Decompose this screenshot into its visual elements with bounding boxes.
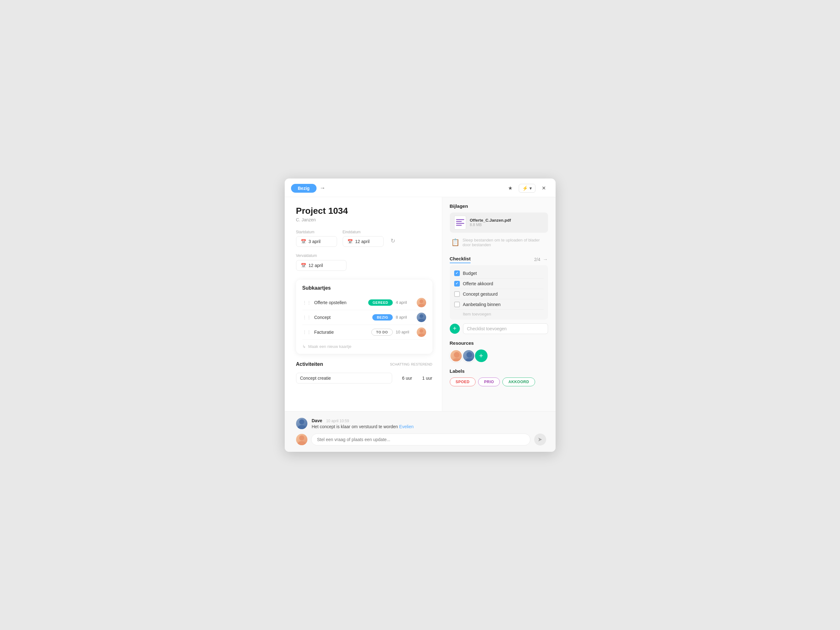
startdatum-label: Startdatum bbox=[296, 230, 337, 234]
startdatum-input[interactable]: 📅 3 april bbox=[296, 236, 337, 247]
avatar bbox=[463, 350, 475, 362]
close-icon: ✕ bbox=[542, 185, 546, 191]
table-row: ⋮⋮ Facturatie TO DO 10 april bbox=[302, 325, 426, 340]
checklist-header: Checklist 2/4 → bbox=[450, 256, 548, 263]
vervaldatum-value: 12 april bbox=[309, 263, 323, 268]
send-button[interactable] bbox=[534, 433, 546, 446]
checklist-item-label: Concept gestuurd bbox=[463, 291, 544, 296]
checklist-section: Checklist 2/4 → Budget Offerte akkoord bbox=[450, 256, 548, 334]
comment-section: Dave 10 april 10:59 Het concept is klaar… bbox=[285, 411, 556, 452]
table-row: ⋮⋮ Concept BEZIG 8 april bbox=[302, 310, 426, 325]
upload-hint: 📋 Sleep bestanden om te uploaden of blad… bbox=[450, 235, 548, 250]
checklist-item-label: Offerte akkoord bbox=[463, 281, 544, 286]
label-akkoord[interactable]: AKKOORD bbox=[502, 378, 535, 386]
file-line bbox=[456, 223, 464, 224]
list-item: Concept creatie 6 uur 1 uur bbox=[296, 371, 433, 385]
comment-text: Het concept is klaar om verstuurd te wor… bbox=[312, 424, 546, 429]
status-button[interactable]: Bezig bbox=[291, 184, 317, 193]
drag-icon[interactable]: ⋮⋮ bbox=[302, 330, 311, 335]
activiteiten-section: Activiteiten SCHATTING RESTEREND Concept… bbox=[296, 361, 433, 385]
svg-point-5 bbox=[418, 334, 425, 337]
new-kaartje-link[interactable]: ↳ Maak een nieuw kaartje bbox=[302, 343, 426, 350]
checklist-select[interactable]: Checklist toevoegen bbox=[463, 323, 548, 334]
left-panel: Project 1034 C. Janzen Startdatum 📅 3 ap… bbox=[285, 197, 442, 411]
svg-point-7 bbox=[452, 358, 461, 362]
avatar bbox=[417, 328, 426, 337]
labels-section: Labels SPOED PRIO AKKOORD bbox=[450, 369, 548, 386]
resources-section: Resources + bbox=[450, 340, 548, 362]
checklist-item-label: Budget bbox=[463, 271, 544, 276]
comment-input[interactable] bbox=[311, 433, 531, 446]
checkbox-concept[interactable] bbox=[454, 291, 460, 297]
label-prio[interactable]: PRIO bbox=[478, 378, 500, 386]
avatar bbox=[417, 313, 426, 322]
einddatum-value: 12 april bbox=[355, 239, 370, 244]
label-chips: SPOED PRIO AKKOORD bbox=[450, 378, 548, 386]
subkaart-name: Offerte opstellen bbox=[314, 300, 365, 305]
checkbox-budget[interactable] bbox=[454, 271, 460, 276]
checkbox-aanbetaling[interactable] bbox=[454, 302, 460, 307]
add-resource-button[interactable]: + bbox=[475, 350, 488, 362]
activiteiten-title: Activiteiten bbox=[296, 361, 323, 367]
subkaart-date: 10 april bbox=[396, 330, 414, 334]
list-item[interactable]: Offerte_C.Janzen.pdf 8.8 MB bbox=[450, 213, 548, 233]
activiteiten-cols: SCHATTING RESTEREND bbox=[390, 362, 433, 366]
top-bar: Bezig → ★ ⚡ ▾ ✕ bbox=[285, 178, 556, 197]
svg-point-1 bbox=[418, 304, 425, 307]
svg-point-3 bbox=[418, 319, 425, 322]
avatar bbox=[296, 418, 307, 429]
checkbox-offerte[interactable] bbox=[454, 281, 460, 287]
resources-title: Resources bbox=[450, 340, 548, 346]
svg-point-9 bbox=[465, 358, 474, 362]
status-badge: TO DO bbox=[371, 329, 392, 335]
send-icon bbox=[538, 437, 543, 442]
resterend-value: 1 uur bbox=[415, 376, 433, 381]
add-item-link[interactable]: Item toevoegen bbox=[454, 310, 544, 317]
new-kaartje-label: Maak een nieuw kaartje bbox=[308, 344, 352, 349]
einddatum-label: Einddatum bbox=[343, 230, 384, 234]
checklist-arrow[interactable]: → bbox=[543, 257, 548, 262]
checklist-count-value: 2/4 bbox=[534, 257, 540, 262]
drag-icon[interactable]: ⋮⋮ bbox=[302, 315, 311, 320]
startdatum-value: 3 april bbox=[309, 239, 321, 244]
close-button[interactable]: ✕ bbox=[538, 183, 549, 194]
bijlagen-title: Bijlagen bbox=[450, 203, 548, 209]
upload-hint-text: Sleep bestanden om te uploaden of blader… bbox=[463, 238, 547, 247]
startdatum-group: Startdatum 📅 3 april bbox=[296, 230, 337, 247]
status-badge: GEREED bbox=[368, 299, 392, 306]
checklist-item-label: Aanbetaling binnen bbox=[463, 302, 544, 307]
svg-point-12 bbox=[299, 435, 304, 441]
avatar bbox=[450, 350, 463, 362]
activity-select[interactable]: Concept creatie bbox=[296, 373, 392, 383]
refresh-button[interactable]: ↻ bbox=[390, 238, 395, 247]
arrow-button[interactable]: → bbox=[320, 185, 325, 191]
svg-point-0 bbox=[420, 299, 423, 303]
comment-link[interactable]: Evelien bbox=[399, 424, 414, 429]
einddatum-input[interactable]: 📅 12 april bbox=[343, 236, 384, 247]
modal: Bezig → ★ ⚡ ▾ ✕ Project 1034 C. Janzen bbox=[285, 178, 556, 452]
subkaart-date: 8 april bbox=[396, 315, 414, 320]
top-bar-left: Bezig → bbox=[291, 184, 325, 193]
list-item: Offerte akkoord bbox=[454, 279, 544, 289]
vervaldatum-label: Vervaldatum bbox=[296, 254, 317, 258]
label-spoed[interactable]: SPOED bbox=[450, 378, 476, 386]
star-button[interactable]: ★ bbox=[505, 183, 516, 194]
list-item: Dave 10 april 10:59 Het concept is klaar… bbox=[296, 418, 546, 429]
file-name: Offerte_C.Janzen.pdf bbox=[470, 218, 544, 223]
svg-point-2 bbox=[420, 314, 423, 318]
project-subtitle: C. Janzen bbox=[296, 217, 433, 222]
date-row: Startdatum 📅 3 april Einddatum 📅 12 apri… bbox=[296, 230, 433, 247]
lightning-button[interactable]: ⚡ ▾ bbox=[519, 184, 535, 193]
comment-content: Dave 10 april 10:59 Het concept is klaar… bbox=[312, 418, 546, 429]
subkaart-date: 4 april bbox=[396, 300, 414, 305]
comment-input-row bbox=[296, 433, 546, 446]
svg-point-11 bbox=[298, 425, 306, 429]
vervaldatum-input[interactable]: 📅 12 april bbox=[296, 260, 346, 271]
add-checklist-button[interactable]: + bbox=[450, 324, 460, 334]
table-row: ⋮⋮ Offerte opstellen GEREED 4 april bbox=[302, 295, 426, 310]
drag-icon[interactable]: ⋮⋮ bbox=[302, 300, 311, 305]
right-panel: Bijlagen Offerte_C.Janzen.pdf 8.8 MB bbox=[442, 197, 556, 411]
chevron-down-icon: ▾ bbox=[529, 186, 532, 191]
lightning-icon: ⚡ bbox=[522, 186, 528, 191]
activiteiten-header: Activiteiten SCHATTING RESTEREND bbox=[296, 361, 433, 367]
